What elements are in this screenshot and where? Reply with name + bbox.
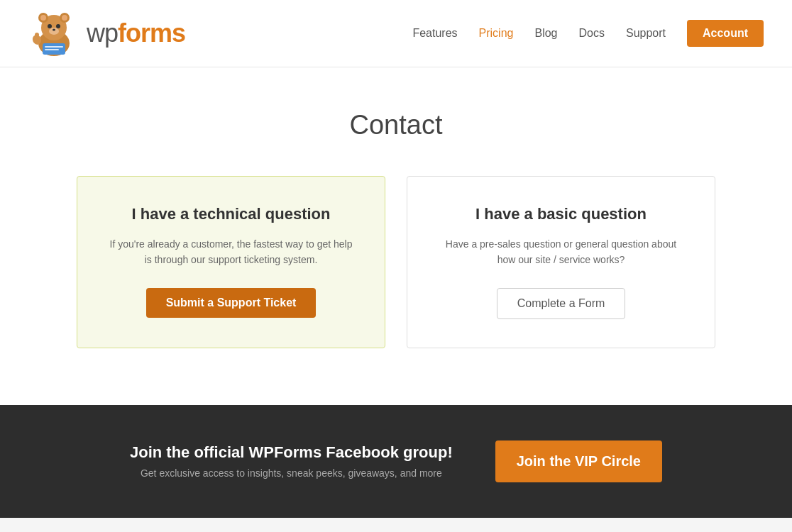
basic-card-title: I have a basic question xyxy=(432,205,690,223)
submit-ticket-button[interactable]: Submit a Support Ticket xyxy=(146,288,317,318)
basic-card-description: Have a pre-sales question or general que… xyxy=(432,236,690,268)
footer-banner: Join the official WPForms Facebook group… xyxy=(0,405,792,518)
nav-features[interactable]: Features xyxy=(412,27,457,40)
nav-blog[interactable]: Blog xyxy=(534,27,557,40)
footer-text-block: Join the official WPForms Facebook group… xyxy=(130,443,453,479)
technical-question-card: I have a technical question If you're al… xyxy=(77,176,385,348)
nav-support[interactable]: Support xyxy=(626,27,666,40)
technical-card-title: I have a technical question xyxy=(102,205,360,223)
svg-point-6 xyxy=(48,24,52,28)
contact-cards: I have a technical question If you're al… xyxy=(77,176,715,348)
account-button[interactable]: Account xyxy=(687,20,764,47)
basic-question-card: I have a basic question Have a pre-sales… xyxy=(407,176,715,348)
main-content: Contact I have a technical question If y… xyxy=(0,67,792,405)
nav-docs[interactable]: Docs xyxy=(579,27,605,40)
logo: wpforms xyxy=(28,8,185,59)
logo-text: wpforms xyxy=(87,18,185,48)
nav-pricing[interactable]: Pricing xyxy=(479,27,514,40)
svg-point-5 xyxy=(62,15,67,21)
logo-bear-icon xyxy=(28,8,79,59)
join-vip-button[interactable]: Join the VIP Circle xyxy=(495,440,662,482)
main-nav: Features Pricing Blog Docs Support Accou… xyxy=(412,20,764,47)
svg-rect-14 xyxy=(45,49,59,50)
svg-rect-13 xyxy=(45,46,63,48)
footer-heading: Join the official WPForms Facebook group… xyxy=(130,443,453,462)
svg-point-7 xyxy=(56,24,60,28)
svg-point-16 xyxy=(35,33,39,37)
site-header: wpforms Features Pricing Blog Docs Suppo… xyxy=(0,0,792,67)
svg-point-11 xyxy=(53,29,55,31)
technical-card-description: If you're already a customer, the fastes… xyxy=(102,236,360,268)
footer-sub: Get exclusive access to insights, sneak … xyxy=(130,467,453,479)
page-title: Contact xyxy=(28,110,764,140)
complete-form-button[interactable]: Complete a Form xyxy=(497,288,626,319)
svg-point-4 xyxy=(40,15,46,21)
